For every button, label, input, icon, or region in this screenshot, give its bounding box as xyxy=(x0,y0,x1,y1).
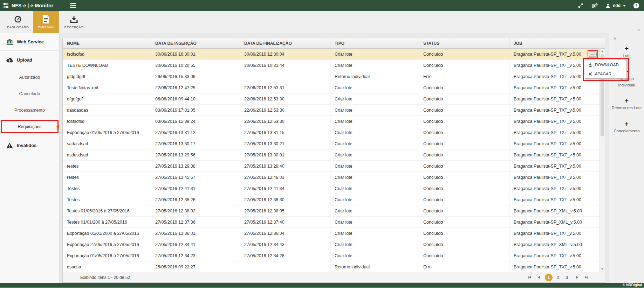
fullscreen-icon[interactable] xyxy=(578,3,583,8)
settings-gear-icon[interactable] xyxy=(591,3,598,9)
cell-text: Criar lote xyxy=(335,130,352,135)
cell-text: Exportação 27/05/2016 à 27/05/2016 xyxy=(67,242,139,247)
column-header[interactable]: DATA DE FINALIZAÇÃO xyxy=(240,38,330,48)
collapse-toolbar-icon[interactable] xyxy=(637,28,641,31)
table-row[interactable]: fdsfsdfsd03/06/2016 15:39:2422/06/2016 1… xyxy=(63,116,600,127)
column-header[interactable]: STATUS xyxy=(419,38,509,48)
column-header[interactable]: DATA DE INSERÇÃO xyxy=(151,38,240,48)
table-row[interactable]: Exportação 01/05/2016 à 27/05/201627/05/… xyxy=(63,127,600,138)
cell-text: 27/05/2016 12:38:02 xyxy=(155,209,196,213)
table-row[interactable]: Exportação 01/01/2000 à 27/05/201627/05/… xyxy=(63,228,600,239)
sidebar-item-cancelado[interactable]: Cancelado xyxy=(0,85,59,102)
help-icon[interactable] xyxy=(633,3,639,8)
tab-label: RECEPÇÃO xyxy=(64,25,84,29)
tab-recepcao[interactable]: RECEPÇÃO xyxy=(61,11,87,33)
cell-text: Concluído xyxy=(423,130,443,135)
page-button-2[interactable]: 2 xyxy=(554,274,562,281)
vertical-scrollbar[interactable] xyxy=(600,49,605,272)
cell-text: Concluído xyxy=(423,52,443,57)
cell-text: 03/06/2016 15:39:24 xyxy=(155,119,196,124)
sidebar-item-processamento[interactable]: Processamento xyxy=(0,102,59,118)
cell-job: Braganca Paulista-SP_TXT_v.5.00 xyxy=(509,172,600,183)
cell-job: Braganca Paulista-SP_TXT_v.5.00 xyxy=(509,161,600,171)
sidebar-item-label: Cancelado xyxy=(19,91,40,96)
cell-status: Concluído xyxy=(419,239,509,250)
table-row[interactable]: Exportação 01/05/2016 à 27/05/201627/05/… xyxy=(63,250,600,261)
cell-name: Teste Notas xml xyxy=(63,82,151,93)
cell-finalizacao: 22/06/2016 12:53:30 xyxy=(240,93,330,104)
create-retorno-em-lote-button[interactable]: +Retorno em Lote xyxy=(611,97,643,111)
table-row[interactable]: testes27/05/2016 13:29:3827/05/2016 13:2… xyxy=(63,161,600,172)
table-row[interactable]: Testes 01/01/200 à 27/05/201627/05/2016 … xyxy=(63,217,600,228)
table-row[interactable]: Testes27/05/2016 12:41:3127/05/2016 12:4… xyxy=(63,183,600,194)
table-row[interactable]: TESTE DOWNLOAD30/06/2016 10:20:5530/06/2… xyxy=(63,60,600,71)
cell-text: Criar lote xyxy=(335,253,352,258)
table-row[interactable]: asdasdsad27/05/2016 13:29:5627/05/2016 1… xyxy=(63,149,600,161)
sidebar-item-autorizado[interactable]: Autorizado xyxy=(0,69,59,85)
sidebar-item-upload[interactable]: Upload xyxy=(0,51,59,69)
cell-tipo: Retorno individual xyxy=(330,261,419,272)
cell-text: Retorno individual xyxy=(335,74,370,79)
table-row[interactable]: dasdasdas03/06/2016 17:01:0522/06/2016 1… xyxy=(63,105,600,116)
cell-tipo: Criar lote xyxy=(330,239,419,250)
cell-text: Criar lote xyxy=(335,175,352,180)
tab-dashboard[interactable]: DASHBOARD xyxy=(5,11,31,33)
column-header[interactable]: NOME xyxy=(63,38,151,48)
scroll-down-icon[interactable] xyxy=(600,267,605,272)
cell-text: testes xyxy=(67,164,78,169)
table-row[interactable]: fsdfsdfsd30/06/2016 16:30:0130/06/2016 1… xyxy=(63,49,600,60)
table-row[interactable]: dfgdfgdf06/06/2016 09:44:1022/06/2016 12… xyxy=(63,93,600,105)
menu-item-apagar[interactable]: APAGAR xyxy=(585,69,626,78)
cell-text: Concluído xyxy=(423,242,443,247)
download-tray-icon xyxy=(70,15,78,23)
prev-page-button[interactable] xyxy=(536,275,541,280)
hamburger-menu-icon[interactable] xyxy=(69,2,77,9)
table-row[interactable]: Testes27/05/2016 12:38:2627/05/2016 12:3… xyxy=(63,194,600,205)
sidebar-item-requisicoes[interactable]: Requisições xyxy=(0,118,59,135)
user-menu[interactable]: ndd xyxy=(605,3,626,8)
caret-down-icon xyxy=(623,5,626,7)
cell-tipo: Criar lote xyxy=(330,161,419,171)
menu-item-download[interactable]: DOWNLOAD xyxy=(585,60,626,69)
cell-text: Concluído xyxy=(423,97,443,101)
cell-finalizacao: 22/06/2016 12:53:30 xyxy=(240,105,330,115)
cell-text: TESTE DOWNLOAD xyxy=(67,63,108,68)
cell-text: sadasdsad xyxy=(67,141,88,146)
cell-tipo: Criar lote xyxy=(330,172,419,183)
table-row[interactable]: dsadsa25/05/2016 09:22:27Retorno individ… xyxy=(63,261,600,272)
cell-tipo: Criar lote xyxy=(330,250,419,261)
row-actions-button[interactable]: ... xyxy=(589,51,597,57)
last-page-button[interactable] xyxy=(583,275,589,280)
column-header[interactable]: TIPO xyxy=(330,38,419,48)
column-header[interactable]: JOB xyxy=(509,38,605,48)
cell-text: 27/05/2016 12:34:28 xyxy=(244,253,285,258)
create-cancelamento-button[interactable]: +Cancelamento xyxy=(611,120,643,134)
cell-status: Concluído xyxy=(419,217,509,227)
cell-finalizacao: 27/05/2016 12:41:34 xyxy=(240,183,330,194)
tab-emissao[interactable]: EMISSÃO xyxy=(33,11,59,33)
cell-text: 27/05/2016 12:37:36 xyxy=(155,220,196,225)
table-row[interactable]: Testes 01/05/2016 à 27/05/201627/05/2016… xyxy=(63,205,600,217)
sidebar-item-invalidos[interactable]: Inválidos xyxy=(0,137,59,154)
table-row[interactable]: sadasdsad27/05/2016 13:30:1727/05/2016 1… xyxy=(63,138,600,149)
table-row[interactable]: Teste Notas xml22/06/2016 12:47:2522/06/… xyxy=(63,82,600,93)
page-button-3[interactable]: 3 xyxy=(563,274,571,281)
create-lote-button[interactable]: +Lote xyxy=(611,45,643,59)
cell-text: Criar lote xyxy=(335,153,352,157)
sidebar-item-web-service[interactable]: Web Service xyxy=(0,33,59,51)
page-button-1[interactable]: 1 xyxy=(545,274,553,281)
next-page-button[interactable] xyxy=(574,275,580,280)
first-page-button[interactable] xyxy=(527,275,532,280)
cell-text: fdsfsdfsd xyxy=(67,119,84,124)
cell-text: Concluído xyxy=(423,153,443,157)
bank-icon xyxy=(6,39,13,45)
table-row[interactable]: Exportação 27/05/2016 à 27/05/201627/05/… xyxy=(63,239,600,250)
cell-tipo: Criar lote xyxy=(330,183,419,194)
cell-text: 22/06/2016 12:53:30 xyxy=(244,97,285,101)
table-row[interactable]: gfdgfdgdf29/06/2016 15:33:09Retorno indi… xyxy=(63,71,600,82)
table-row[interactable]: restes27/05/2016 12:45:5727/05/2016 12:4… xyxy=(63,172,600,183)
cell-job: Braganca Paulista-SP_TXT_v.5.00 xyxy=(509,82,600,93)
collapse-panel-icon[interactable]: » xyxy=(614,35,616,41)
cell-status: Concluído xyxy=(419,205,509,216)
cell-text: Braganca Paulista-SP_TXT_v.5.00 xyxy=(514,108,581,113)
